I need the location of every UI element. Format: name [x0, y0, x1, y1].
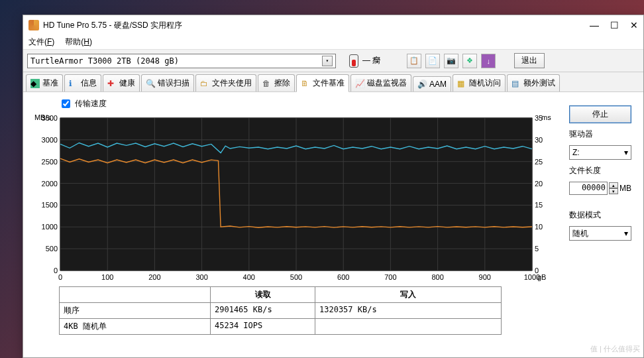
menu-file[interactable]: 文件(F): [28, 36, 54, 48]
drive-letter-select[interactable]: Z: ▾: [569, 145, 631, 160]
content-area: 传输速度 05001000150020002500300035000510152…: [23, 92, 643, 357]
svg-text:1000: 1000: [42, 223, 58, 231]
thermometer-icon: [349, 54, 358, 68]
tab-disk-monitor[interactable]: 📈磁盘监视器: [350, 74, 411, 91]
row-4kb-label: 4KB 随机单: [60, 319, 211, 334]
svg-text:10: 10: [535, 223, 543, 231]
copy-info-button[interactable]: 📋: [407, 54, 421, 68]
svg-text:300: 300: [195, 273, 207, 281]
svg-text:gB: gB: [537, 273, 546, 281]
tab-extra-tests[interactable]: ▤额外测试: [507, 74, 560, 91]
row-sequential-write: 1320357 KB/s: [315, 303, 501, 318]
app-icon: [28, 20, 39, 30]
chart-svg: 0500100015002000250030003500051015202530…: [30, 111, 553, 284]
svg-text:3000: 3000: [42, 136, 58, 144]
table-header-blank: [60, 287, 211, 302]
row-4kb-read: 45234 IOPS: [211, 319, 315, 334]
svg-text:20: 20: [535, 180, 543, 188]
svg-text:0: 0: [58, 273, 62, 281]
svg-text:700: 700: [384, 273, 396, 281]
transfer-rate-checkbox[interactable]: 传输速度: [59, 97, 564, 110]
options-button[interactable]: ↓: [481, 54, 496, 68]
svg-text:800: 800: [431, 273, 443, 281]
svg-text:1500: 1500: [42, 201, 58, 209]
drive-select-value: TurtleArmor T3000 2TB (2048 gB): [30, 56, 179, 66]
transfer-rate-label: 传输速度: [75, 98, 107, 109]
svg-text:5: 5: [535, 245, 539, 253]
svg-text:30: 30: [535, 136, 543, 144]
copy-screenshot-button[interactable]: 📄: [425, 54, 440, 68]
svg-text:0: 0: [54, 267, 58, 274]
svg-text:25: 25: [535, 158, 543, 166]
menu-help[interactable]: 帮助(H): [65, 36, 92, 48]
table-header-read: 读取: [211, 287, 315, 302]
titlebar: HD Tune Pro 5.75 - 硬盘/SSD 实用程序 — ☐ ✕: [23, 15, 643, 35]
chevron-down-icon: ▾: [624, 148, 628, 157]
table-header-write: 写入: [315, 287, 501, 302]
chart: 0500100015002000250030003500051015202530…: [30, 111, 564, 284]
close-button[interactable]: ✕: [630, 21, 638, 29]
tab-benchmark[interactable]: ◆基准: [26, 74, 63, 91]
data-pattern-label: 数据模式: [569, 209, 631, 221]
file-length-unit: MB: [619, 184, 631, 193]
row-sequential-label: 顺序: [60, 303, 211, 318]
svg-text:ms: ms: [541, 113, 551, 121]
svg-text:100: 100: [101, 273, 113, 281]
tab-error-scan[interactable]: 🔍错误扫描: [141, 74, 194, 91]
svg-text:500: 500: [290, 273, 302, 281]
menubar: 文件(F) 帮助(H): [23, 35, 643, 50]
svg-text:MB/s: MB/s: [34, 113, 52, 121]
data-pattern-select[interactable]: 随机 ▾: [569, 226, 631, 241]
app-window: HD Tune Pro 5.75 - 硬盘/SSD 实用程序 — ☐ ✕ 文件(…: [23, 15, 644, 358]
side-panel: 停止 驱动器 Z: ▾ 文件长度 00000 ▴▾ MB 数据模式 随机 ▾: [564, 97, 637, 352]
file-length-stepper[interactable]: ▴▾: [609, 182, 618, 194]
file-length-input[interactable]: 00000: [569, 182, 608, 195]
tab-info[interactable]: ℹ信息: [64, 74, 101, 91]
chevron-down-icon: ▾: [624, 229, 628, 238]
results-table: 读取 写入 顺序 2901465 KB/s 1320357 KB/s 4KB 随…: [59, 286, 502, 335]
svg-text:15: 15: [535, 201, 543, 209]
transfer-rate-checkbox-input[interactable]: [62, 99, 70, 108]
row-sequential-read: 2901465 KB/s: [211, 303, 315, 318]
minimize-button[interactable]: —: [590, 21, 598, 29]
svg-text:2000: 2000: [42, 180, 58, 188]
svg-text:900: 900: [479, 273, 491, 281]
save-button[interactable]: ❖: [462, 54, 477, 68]
stop-button[interactable]: 停止: [569, 105, 631, 123]
temperature-label: — 癵: [362, 55, 380, 66]
tabbar: ◆基准 ℹ信息 ✚健康 🔍错误扫描 🗀文件夹使用 🗑擦除 🗎文件基准 📈磁盘监视…: [23, 72, 643, 92]
toolbar: TurtleArmor T3000 2TB (2048 gB) ▾ — 癵 📋 …: [23, 50, 643, 72]
tab-folder-usage[interactable]: 🗀文件夹使用: [195, 74, 256, 91]
file-length-label: 文件长度: [569, 165, 631, 176]
window-title: HD Tune Pro 5.75 - 硬盘/SSD 实用程序: [43, 20, 590, 31]
maximize-button[interactable]: ☐: [610, 21, 618, 29]
tab-health[interactable]: ✚健康: [103, 74, 140, 91]
svg-text:400: 400: [243, 273, 255, 281]
svg-text:500: 500: [46, 245, 58, 253]
tab-file-benchmark[interactable]: 🗎文件基准: [296, 74, 349, 92]
row-4kb-write: [315, 319, 501, 334]
tab-random-access[interactable]: ▦随机访问: [453, 74, 506, 91]
svg-text:600: 600: [337, 273, 349, 281]
drive-select[interactable]: TurtleArmor T3000 2TB (2048 gB) ▾: [27, 54, 336, 68]
tab-erase[interactable]: 🗑擦除: [258, 74, 295, 91]
svg-text:2500: 2500: [42, 158, 58, 166]
exit-button[interactable]: 退出: [514, 53, 545, 68]
tab-aam[interactable]: 🔊AAM: [413, 76, 451, 91]
chevron-down-icon: ▾: [322, 56, 333, 66]
screenshot-button[interactable]: 📷: [444, 54, 458, 68]
svg-text:200: 200: [148, 273, 160, 281]
driver-label: 驱动器: [569, 129, 631, 140]
